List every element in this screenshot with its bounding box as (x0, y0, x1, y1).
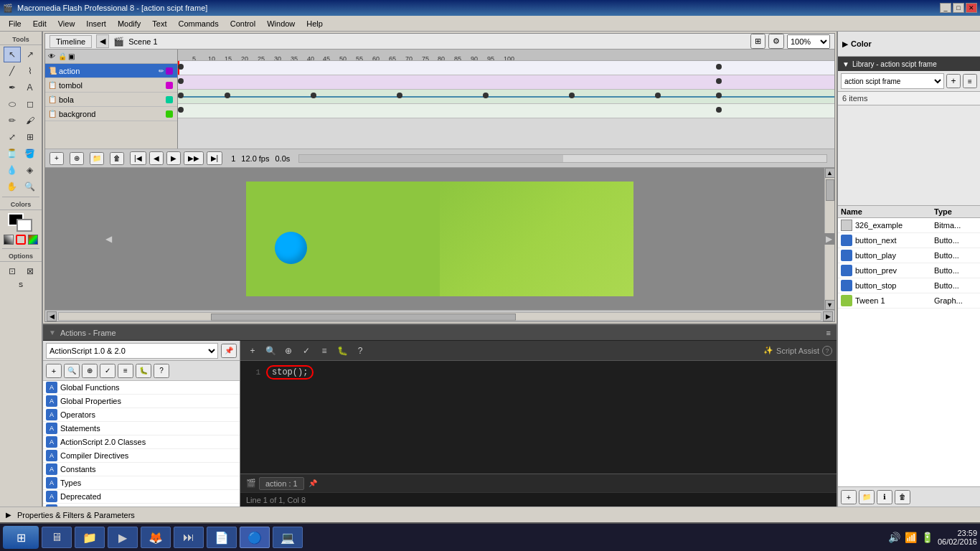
add-folder-btn[interactable]: 📁 (90, 152, 104, 165)
action-tab[interactable]: action : 1 (259, 477, 304, 490)
option-btn-2[interactable]: ⊠ (22, 263, 39, 279)
color-collapse-arrow[interactable]: ▶ (842, 40, 848, 48)
taskbar-item-flash[interactable]: 🔵 (240, 527, 270, 548)
tree-as2-classes[interactable]: A ActionScript 2.0 Classes (43, 435, 240, 449)
menu-text[interactable]: Text (146, 18, 172, 29)
layer-tombol[interactable]: 📋 tombol (45, 78, 177, 93)
library-item-tween1[interactable]: Tween 1 Graph... (838, 293, 980, 309)
brush-tool[interactable]: 🖌 (22, 113, 39, 128)
zoom-tool[interactable]: 🔍 (22, 179, 39, 194)
hand-tool[interactable]: ✋ (4, 179, 21, 194)
subselect-tool[interactable]: ↗ (22, 47, 39, 62)
hscroll-left[interactable]: ◀ (47, 311, 57, 321)
lib-new-symbol-btn[interactable]: + (841, 490, 857, 504)
swap-colors-icon[interactable] (28, 235, 38, 245)
frame-tab-icon[interactable]: 🎬 (246, 479, 256, 488)
actions-collapse-arrow[interactable]: ▼ (49, 329, 56, 336)
code-find-btn[interactable]: 🔍 (263, 344, 278, 358)
select-tool[interactable]: ↖ (4, 47, 21, 62)
action-debug-btn[interactable]: 🐛 (136, 364, 151, 378)
eraser-tool[interactable]: ◈ (22, 162, 39, 178)
taskbar-item-word[interactable]: 📄 (207, 527, 237, 548)
scroll-right-btn[interactable]: ▶ (823, 233, 834, 245)
fill-color-swatch[interactable] (17, 219, 32, 232)
minimize-button[interactable]: _ (940, 3, 951, 13)
tree-global-functions[interactable]: A Global Functions (43, 381, 240, 395)
code-add-btn[interactable]: + (245, 344, 260, 358)
library-name-select[interactable]: action scipt frame (841, 73, 944, 89)
lib-new-folder-btn[interactable]: 📁 (859, 490, 875, 504)
library-new-symbol[interactable]: + (946, 74, 961, 88)
script-assist-btn[interactable]: ✨ Script Assist ? (763, 346, 832, 356)
layer-action[interactable]: 📜 action ✏ (45, 64, 177, 78)
library-options[interactable]: ≡ (963, 74, 977, 88)
menu-window[interactable]: Window (261, 18, 301, 29)
pencil-tool[interactable]: ✏ (4, 113, 21, 128)
menu-help[interactable]: Help (301, 18, 329, 29)
scroll-left-btn[interactable]: ◀ (103, 233, 114, 245)
close-button[interactable]: ✕ (966, 3, 977, 13)
menu-control[interactable]: Control (225, 18, 261, 29)
go-first[interactable]: |◀ (130, 151, 146, 165)
library-collapse-arrow[interactable]: ▼ (842, 60, 849, 68)
nav-back[interactable]: ◀ (96, 34, 109, 48)
stage-settings[interactable]: ⚙ (768, 34, 784, 49)
ink-bottle[interactable]: 🫙 (4, 146, 21, 161)
menu-file[interactable]: File (3, 18, 27, 29)
vscroll-down[interactable]: ▼ (825, 300, 835, 310)
library-item-326example[interactable]: 326_example Bitma... (838, 218, 980, 233)
action-target-btn[interactable]: ⊕ (82, 364, 98, 378)
lib-delete-btn[interactable]: 🗑 (895, 490, 910, 504)
eye-icon[interactable]: 👁 (48, 52, 58, 60)
start-button[interactable]: ⊞ (3, 526, 39, 549)
code-editor[interactable]: 1 stop(); (240, 361, 837, 474)
tree-types[interactable]: A Types (43, 476, 240, 490)
pin-btn[interactable]: 📌 (221, 344, 237, 358)
tree-constants[interactable]: A Constants (43, 463, 240, 476)
fill-transform[interactable]: ⊞ (22, 129, 39, 145)
as-version-select[interactable]: ActionScript 1.0 & 2.0 (46, 343, 218, 359)
code-check-syntax[interactable]: ✓ (298, 344, 314, 358)
snap-button[interactable]: ⊞ (750, 34, 765, 49)
code-insert-target[interactable]: ⊕ (281, 344, 296, 358)
menu-insert[interactable]: Insert (80, 18, 112, 29)
stage-ball[interactable] (275, 232, 307, 264)
action-help-btn[interactable]: ? (154, 364, 169, 378)
library-item-button-play[interactable]: button_play Butto... (838, 248, 980, 263)
lock-icon[interactable]: 🔒 (58, 52, 68, 60)
play-stop[interactable]: ▶ (166, 151, 181, 165)
library-col-type[interactable]: Type (934, 207, 977, 216)
paint-bucket[interactable]: 🪣 (22, 146, 39, 161)
vscroll-up[interactable]: ▲ (825, 168, 835, 178)
eyedropper[interactable]: 💧 (4, 162, 21, 178)
menu-edit[interactable]: Edit (27, 18, 52, 29)
taskbar-item-firefox[interactable]: 🦊 (141, 527, 171, 548)
tab-pin-icon[interactable]: 📌 (307, 478, 319, 489)
library-item-button-stop[interactable]: button_stop Butto... (838, 278, 980, 293)
vscroll-thumb[interactable] (826, 179, 834, 201)
tree-deprecated[interactable]: A Deprecated (43, 490, 240, 504)
tree-statements[interactable]: A Statements (43, 422, 240, 435)
code-debug[interactable]: 🐛 (334, 344, 350, 358)
library-col-name[interactable]: Name (841, 207, 934, 216)
menu-modify[interactable]: Modify (112, 18, 146, 29)
library-item-button-next[interactable]: button_next Butto... (838, 233, 980, 248)
lib-properties-btn[interactable]: ℹ (877, 490, 892, 504)
rect-tool[interactable]: ◻ (22, 96, 39, 112)
tree-data-components[interactable]: A Data Components (43, 504, 240, 507)
tree-operators[interactable]: A Operators (43, 408, 240, 422)
pen-tool[interactable]: ✒ (4, 80, 21, 95)
library-item-button-prev[interactable]: button_prev Butto... (838, 263, 980, 278)
action-check-btn[interactable]: ✓ (100, 364, 116, 378)
code-auto-format[interactable]: ≡ (316, 344, 332, 358)
scroll-thumb[interactable] (299, 155, 562, 162)
black-white-icon[interactable] (4, 235, 14, 245)
action-find-btn[interactable]: 🔍 (64, 364, 80, 378)
taskbar-item-misc[interactable]: 💻 (273, 527, 303, 548)
actions-options-btn[interactable]: ≡ (826, 329, 831, 337)
action-add-btn[interactable]: + (46, 364, 62, 378)
go-back[interactable]: ◀ (149, 151, 164, 165)
tree-global-properties[interactable]: A Global Properties (43, 395, 240, 408)
line-tool[interactable]: ╱ (4, 63, 21, 79)
option-btn-1[interactable]: ⊡ (4, 263, 21, 279)
